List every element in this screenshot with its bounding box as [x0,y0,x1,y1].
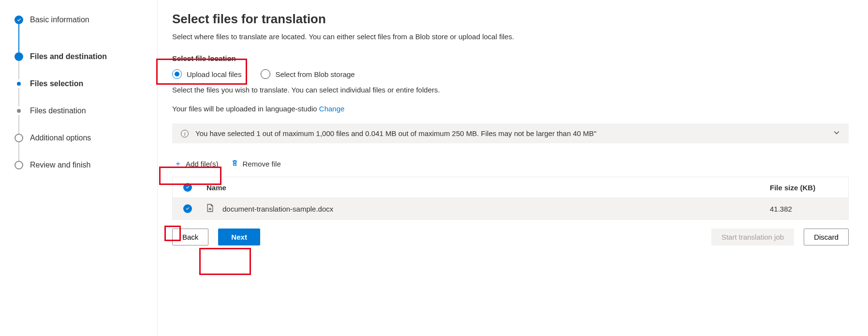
step-label: Files destination [30,107,86,115]
active-dot-icon [15,52,23,61]
radio-icon [261,69,270,79]
page-description: Select where files to translate are loca… [172,32,849,41]
file-toolbar: ＋ Add file(s) Remove file [172,156,849,172]
file-select-subdescription: Select the files you wish to translate. … [172,86,849,94]
step-label: Review and finish [30,161,90,169]
row-checkbox[interactable] [183,204,194,213]
discard-button[interactable]: Discard [804,229,849,245]
radio-label: Upload local files [187,70,241,78]
start-translation-job-button: Start translation job [711,229,794,245]
check-circle-icon [183,183,192,192]
table-header: Name File size (KB) [173,177,848,198]
change-destination-link[interactable]: Change [319,105,345,113]
step-label: Files selection [30,79,83,88]
step-review-and-finish[interactable]: Review and finish [15,161,157,169]
step-files-destination[interactable]: Files destination [15,107,157,115]
file-name: document-translation-sample.docx [222,205,333,213]
sub-dot-icon [17,109,21,113]
step-basic-information[interactable]: Basic information [15,15,157,24]
remove-file-button[interactable]: Remove file [229,156,283,171]
radio-blob-storage[interactable]: Select from Blob storage [261,69,354,79]
step-connector [18,142,19,161]
step-label: Files and destination [30,52,107,61]
circle-icon [15,134,23,142]
file-location-radio-group: Upload local files Select from Blob stor… [172,69,849,79]
button-label: Remove file [243,160,281,168]
annotation-highlight [199,248,251,275]
sub-dot-icon [17,82,21,86]
step-connector [18,24,19,52]
radio-upload-local[interactable]: Upload local files [172,69,241,79]
next-button[interactable]: Next [218,229,260,245]
main-panel: Select files for translation Select wher… [157,0,868,336]
plus-icon: ＋ [174,159,182,169]
document-icon [206,204,214,214]
back-button[interactable]: Back [172,229,208,245]
step-connector [18,88,19,107]
chevron-down-icon [833,129,840,137]
radio-icon [172,69,182,79]
radio-label: Select from Blob storage [275,70,354,78]
step-label: Basic information [30,15,89,24]
check-circle-icon [15,15,23,24]
step-connector [18,115,19,134]
select-all-checkbox[interactable] [183,183,194,192]
check-circle-icon [183,204,192,213]
step-files-and-destination[interactable]: Files and destination [15,52,157,61]
wizard-stepper: Basic information Files and destination … [0,0,157,336]
button-label: Add file(s) [186,160,219,168]
step-label: Additional options [30,134,91,142]
page-title: Select files for translation [172,12,849,27]
column-header-size[interactable]: File size (KB) [770,183,838,192]
banner-text: You have selected 1 out of maximum 1,000… [195,129,596,137]
wizard-footer: Back Next Start translation job Discard [172,220,849,245]
step-connector [18,61,19,79]
file-size: 41.382 [770,205,838,213]
file-selection-info-banner[interactable]: i You have selected 1 out of maximum 1,0… [172,123,849,143]
file-location-label: Select file location [172,54,849,62]
add-files-button[interactable]: ＋ Add file(s) [172,156,221,172]
info-icon: i [181,130,189,137]
trash-icon [231,159,239,168]
step-files-selection[interactable]: Files selection [15,79,157,88]
step-additional-options[interactable]: Additional options [15,134,157,142]
circle-icon [15,161,23,169]
files-table: Name File size (KB) document-translation… [172,177,849,220]
table-row[interactable]: document-translation-sample.docx 41.382 [173,198,848,219]
column-header-name[interactable]: Name [206,183,757,192]
upload-destination-text: Your files will be uploaded in language-… [172,105,849,113]
